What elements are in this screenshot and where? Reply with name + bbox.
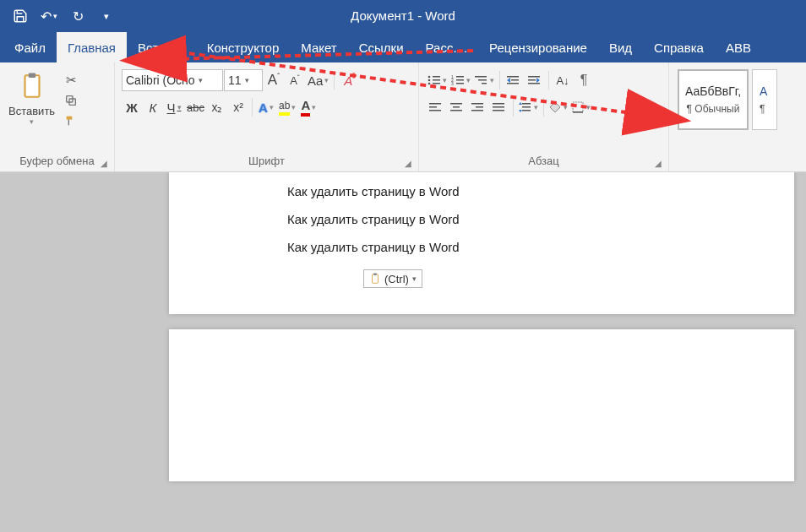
svg-rect-36 [493, 103, 504, 105]
change-case-button[interactable]: Aa▾ [306, 69, 330, 91]
tab-home[interactable]: Главная [57, 32, 127, 62]
underline-button[interactable]: Ч▾ [164, 96, 184, 118]
format-painter-icon[interactable] [60, 111, 82, 130]
svg-rect-20 [511, 79, 519, 81]
group-paragraph: ▾ 123▾ ▾ А↓ ¶ ▾ ▾ ▾ Абза [419, 62, 669, 171]
tab-help[interactable]: Справка [643, 32, 715, 62]
svg-point-4 [428, 76, 431, 79]
tab-review[interactable]: Рецензирование [478, 32, 598, 62]
paste-button[interactable]: Вставить ▾ [3, 66, 60, 129]
svg-rect-5 [433, 76, 440, 78]
tab-file[interactable]: Файл [3, 32, 57, 62]
svg-rect-1 [28, 73, 35, 78]
highlight-button[interactable]: ab▾ [277, 96, 297, 118]
undo-icon[interactable]: ↶▾ [35, 3, 63, 29]
clipboard-dialog-launcher[interactable]: ◢ [101, 159, 107, 168]
grow-font-icon[interactable]: Aˆ [264, 69, 284, 91]
superscript-button[interactable]: x² [228, 96, 248, 118]
show-marks-button[interactable]: ¶ [574, 69, 594, 91]
svg-rect-45 [573, 111, 583, 113]
page-1[interactable]: Как удалить страницу в Word Как удалить … [169, 172, 794, 314]
shrink-font-icon[interactable]: Aˇ [285, 69, 305, 91]
tab-references[interactable]: Ссылки [348, 32, 415, 62]
svg-marker-42 [519, 102, 522, 105]
font-size-combo[interactable]: 11▾ [224, 69, 263, 91]
align-center-icon[interactable] [447, 96, 467, 118]
bold-button[interactable]: Ж [122, 96, 142, 118]
paragraph-dialog-launcher[interactable]: ◢ [655, 159, 662, 168]
doc-line[interactable]: Как удалить страницу в Word [287, 212, 794, 226]
style-next[interactable]: А ¶ [752, 69, 777, 130]
decrease-indent-icon[interactable] [504, 69, 524, 91]
svg-rect-37 [493, 106, 504, 108]
group-font: Calibri (Осно▾ 11▾ Aˆ Aˇ Aa▾ A◆ Ж К Ч▾ a… [115, 62, 419, 171]
align-right-icon[interactable] [468, 96, 488, 118]
svg-rect-38 [493, 110, 504, 111]
svg-rect-16 [475, 76, 487, 78]
multilevel-list-button[interactable]: ▾ [473, 69, 496, 91]
font-name-combo[interactable]: Calibri (Осно▾ [122, 69, 223, 91]
sort-button[interactable]: А↓ [553, 69, 573, 91]
doc-line[interactable]: Как удалить страницу в Word [287, 240, 794, 254]
qat-customize-icon[interactable]: ▾ [93, 3, 120, 29]
clear-formatting-icon[interactable]: A◆ [338, 69, 358, 91]
subscript-button[interactable]: x₂ [207, 96, 227, 118]
svg-rect-19 [507, 76, 519, 78]
svg-text:3: 3 [451, 81, 454, 86]
text-effects-button[interactable]: A▾ [256, 96, 276, 118]
font-group-label: Шрифт◢ [118, 152, 415, 171]
justify-icon[interactable] [489, 96, 509, 118]
clipboard-group-label: Буфер обмена◢ [3, 152, 111, 171]
svg-rect-41 [522, 110, 531, 111]
svg-point-8 [428, 83, 431, 85]
svg-rect-44 [573, 102, 583, 112]
svg-rect-17 [478, 79, 487, 81]
svg-rect-13 [456, 79, 464, 81]
strikethrough-button[interactable]: abc [185, 96, 206, 118]
styles-group-label [673, 152, 801, 171]
tab-abb[interactable]: ABB [715, 32, 762, 62]
increase-indent-icon[interactable] [525, 69, 545, 91]
svg-rect-29 [429, 110, 441, 111]
svg-rect-46 [373, 274, 378, 284]
shading-button[interactable]: ▾ [547, 96, 569, 118]
svg-rect-11 [456, 76, 464, 78]
font-dialog-launcher[interactable]: ◢ [405, 159, 411, 168]
italic-button[interactable]: К [143, 96, 163, 118]
svg-rect-31 [453, 106, 460, 108]
svg-rect-40 [522, 106, 531, 108]
page-2[interactable] [169, 329, 794, 481]
ribbon-tabs: Файл Главная Вставка Конструктор Макет С… [0, 32, 806, 62]
svg-rect-39 [522, 103, 531, 105]
svg-marker-26 [536, 78, 540, 83]
quick-access-toolbar: ↶▾ ↻ ▾ [7, 3, 120, 29]
tab-mailings[interactable]: Расс.... [415, 32, 479, 62]
line-spacing-button[interactable]: ▾ [517, 96, 540, 118]
copy-icon[interactable] [60, 91, 82, 110]
svg-point-6 [428, 79, 431, 82]
tab-insert[interactable]: Вставка [127, 32, 196, 62]
paste-options-popup[interactable]: (Ctrl)▾ [363, 269, 422, 288]
svg-rect-25 [528, 83, 540, 84]
tab-design[interactable]: Конструктор [196, 32, 291, 62]
paste-label: Вставить [8, 105, 55, 117]
bullets-button[interactable]: ▾ [426, 69, 449, 91]
save-icon[interactable] [7, 3, 34, 29]
tab-layout[interactable]: Макет [290, 32, 347, 62]
doc-line[interactable]: Как удалить страницу в Word [287, 184, 794, 198]
align-left-icon[interactable] [426, 96, 446, 118]
svg-rect-24 [528, 79, 536, 81]
svg-rect-33 [471, 103, 483, 105]
numbering-button[interactable]: 123▾ [449, 69, 472, 91]
style-normal[interactable]: АаБбВвГг, ¶ Обычный [678, 69, 749, 130]
svg-rect-18 [482, 83, 487, 84]
borders-button[interactable]: ▾ [570, 96, 592, 118]
svg-rect-9 [433, 83, 440, 84]
svg-rect-27 [429, 103, 441, 105]
tab-view[interactable]: Вид [598, 32, 643, 62]
cut-icon[interactable]: ✂ [60, 71, 82, 90]
group-clipboard: Вставить ▾ ✂ Буфер обмена◢ [0, 62, 115, 171]
font-color-button[interactable]: A▾ [298, 96, 319, 118]
svg-rect-23 [528, 76, 540, 78]
redo-icon[interactable]: ↻ [64, 3, 91, 29]
